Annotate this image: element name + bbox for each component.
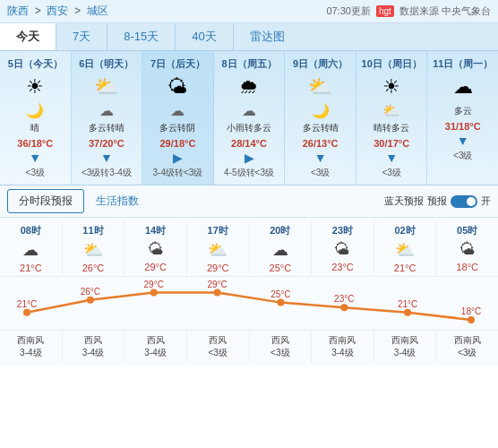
- wind-speed: 3-4级: [376, 347, 434, 359]
- hourly-weather-icon: 🌤: [125, 240, 185, 259]
- day-date: 11日（周一）: [429, 55, 496, 73]
- temp-dot-1: [87, 297, 94, 304]
- sub-tab-life[interactable]: 生活指数: [84, 189, 150, 213]
- wind-speed: 3-4级: [2, 347, 60, 359]
- breadcrumb: 陕西 > 西安 > 城区: [7, 4, 326, 19]
- wind-direction: 西南风: [2, 334, 60, 347]
- wind-row: 西南风 3-4级 西风 3-4级 西风 3-4级 西风 <3级 西风 <3级 西…: [0, 331, 498, 363]
- day-icon: ⛅: [287, 73, 354, 101]
- temperature-chart: 21°C26°C29°C29°C25°C23°C21°C18°C: [0, 277, 498, 331]
- main-tabs: 今天 7天 8-15天 40天 雷达图: [0, 23, 498, 51]
- temp-label-0: 21°C: [17, 299, 37, 309]
- sub-tab-hourly[interactable]: 分时段预报: [7, 189, 84, 213]
- day-date: 5日（今天）: [2, 55, 69, 73]
- hourly-weather-icon: 🌤: [437, 240, 497, 259]
- weather-desc: 多云转晴: [73, 120, 141, 136]
- temp-range: 30/17°C: [358, 136, 425, 151]
- sub-tabs-row: 分时段预报 生活指数 蓝天预报 预报 开: [0, 185, 498, 218]
- day-icon: 🌤: [144, 73, 211, 101]
- tab-8-15day[interactable]: 8-15天: [107, 23, 176, 50]
- forecast-day-0[interactable]: 5日（今天） ☀ 🌙 晴 36/18°C ▼ <3级: [0, 51, 72, 185]
- weather-desc: 多云: [429, 103, 496, 119]
- wind-direction: 西南风: [313, 334, 372, 347]
- hour-cell-3: 17时 ⛅ 29°C: [187, 221, 250, 276]
- wind-cell-0: 西南风 3-4级: [0, 331, 63, 363]
- wind-cell-2: 西风 3-4级: [124, 331, 187, 363]
- wind-cell-1: 西风 3-4级: [63, 331, 125, 363]
- tab-radar[interactable]: 雷达图: [234, 23, 301, 50]
- day-date: 8日（周五）: [216, 55, 283, 73]
- temp-range: 37/20°C: [73, 136, 141, 151]
- wind-speed: 3-4级: [313, 347, 372, 359]
- temp-dot-4: [277, 299, 284, 306]
- wind-level: 3-4级转<3级: [144, 165, 211, 181]
- day-icon: ☀: [2, 73, 69, 101]
- breadcrumb-city[interactable]: 西安: [47, 4, 68, 17]
- hour-cell-1: 11时 ⛅ 26°C: [63, 221, 125, 276]
- temp-dot-3: [214, 289, 221, 297]
- blue-sky-preview: 预报: [427, 194, 447, 208]
- night-icon: 🌙: [287, 101, 354, 120]
- wind-direction: 西南风: [376, 334, 434, 347]
- day-icon: ☁: [429, 73, 496, 101]
- wind-speed: <3级: [252, 347, 310, 359]
- hourly-temp: 26°C: [64, 263, 124, 273]
- hour-label: 23时: [313, 224, 373, 237]
- data-source: 数据来源 中央气象台: [399, 5, 491, 16]
- temp-dot-7: [468, 316, 475, 323]
- night-icon: ⛅: [358, 101, 425, 120]
- hour-label: 17时: [188, 224, 248, 237]
- wind-arrow-icon: ▼: [429, 134, 496, 148]
- top-nav: 陕西 > 西安 > 城区 07:30更新 hgt 数据来源 中央气象台: [0, 0, 498, 23]
- night-icon: ☁: [216, 101, 283, 120]
- forecast-day-1[interactable]: 6日（明天） ⛅ ☁ 多云转晴 37/20°C ▼ <3级转3-4级: [72, 51, 143, 185]
- blue-sky-switch[interactable]: [451, 195, 477, 208]
- wind-cell-5: 西南风 3-4级: [312, 331, 374, 363]
- wind-arrow-icon: ▼: [358, 151, 425, 165]
- tab-7day[interactable]: 7天: [56, 23, 107, 50]
- hourly-weather-icon: ⛅: [375, 240, 435, 260]
- wind-level: <3级转3-4级: [73, 165, 141, 181]
- day-icon: ☀: [358, 73, 425, 101]
- forecast-day-6[interactable]: 11日（周一） ☁ 多云 31/18°C ▼ <3级: [427, 51, 498, 185]
- hour-label: 05时: [437, 224, 497, 237]
- hourly-weather-icon: 🌤: [313, 240, 373, 259]
- wind-level: <3级: [429, 148, 496, 164]
- temp-range: 28/14°C: [216, 136, 283, 151]
- hour-label: 08时: [1, 224, 61, 237]
- hourly-section: 08时 ☁ 21°C 11时 ⛅ 26°C 14时 🌤 29°C 17时 ⛅ 2…: [0, 218, 498, 366]
- night-icon: ☁: [73, 101, 141, 120]
- wind-arrow-icon: ▶: [216, 151, 283, 165]
- weather-desc: 多云转晴: [287, 120, 354, 136]
- forecast-day-3[interactable]: 8日（周五） 🌧 ☁ 小雨转多云 28/14°C ▶ 4-5级转<3级: [214, 51, 286, 185]
- wind-direction: 西风: [252, 334, 310, 347]
- tab-40day[interactable]: 40天: [176, 23, 233, 50]
- hourly-temp: 18°C: [437, 262, 497, 272]
- hourly-temp: 29°C: [188, 263, 248, 273]
- hour-cell-2: 14时 🌤 29°C: [124, 221, 187, 276]
- hour-cell-5: 23时 🌤 23°C: [312, 221, 374, 276]
- forecast-day-2[interactable]: 7日（后天） 🌤 ☁ 多云转阴 29/18°C ▶ 3-4级转<3级: [142, 51, 214, 185]
- hourly-temp: 23°C: [313, 262, 373, 272]
- temp-range: 29/18°C: [144, 136, 211, 151]
- blue-sky-label: 蓝天预报: [384, 194, 424, 208]
- hour-label: 20时: [251, 224, 311, 237]
- temp-dot-5: [340, 305, 348, 312]
- wind-level: <3级: [2, 165, 69, 181]
- weather-desc: 晴转多云: [358, 120, 425, 136]
- forecast-day-5[interactable]: 10日（周日） ☀ ⛅ 晴转多云 30/17°C ▼ <3级: [356, 51, 428, 185]
- weather-desc: 晴: [2, 120, 69, 136]
- temp-range: 31/18°C: [429, 119, 496, 134]
- wind-speed: 3-4级: [126, 347, 185, 359]
- breadcrumb-province[interactable]: 陕西: [7, 4, 29, 17]
- temp-label-5: 23°C: [334, 295, 354, 305]
- wind-speed: <3级: [189, 347, 247, 359]
- tab-today[interactable]: 今天: [0, 23, 56, 50]
- wind-arrow-icon: ▼: [287, 151, 354, 165]
- temp-label-2: 29°C: [144, 280, 164, 289]
- breadcrumb-district[interactable]: 城区: [87, 4, 108, 17]
- forecast-day-4[interactable]: 9日（周六） ⛅ 🌙 多云转晴 26/13°C ▼ <3级: [285, 51, 356, 185]
- hourly-temp: 29°C: [125, 262, 185, 272]
- temp-range: 36/18°C: [2, 136, 69, 151]
- hourly-label-row: 08时 ☁ 21°C 11时 ⛅ 26°C 14时 🌤 29°C 17时 ⛅ 2…: [0, 221, 498, 277]
